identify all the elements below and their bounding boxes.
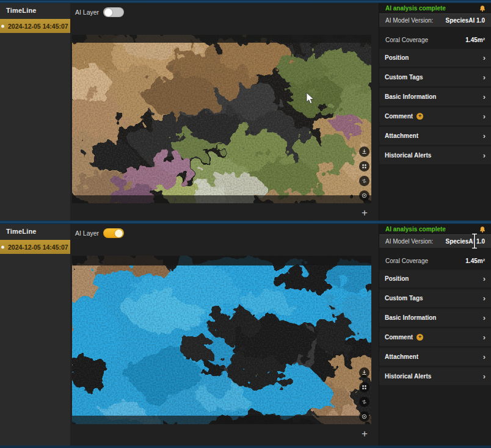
plus-button[interactable]: +	[362, 209, 368, 217]
grid-dots-icon	[361, 384, 368, 391]
bell-icon[interactable]	[479, 226, 486, 233]
viewer-area: AI Layer	[70, 3, 379, 220]
menu-item-label: Custom Tags	[385, 74, 423, 81]
menu-item-label: Comment	[385, 113, 413, 120]
fullscreen-button[interactable]	[359, 382, 369, 392]
viewer-toolbar	[359, 146, 369, 201]
timeline-entry[interactable]: 2024-12-05 14:45:07	[0, 240, 70, 254]
menu-item-comment[interactable]: Comment + ›	[379, 107, 491, 125]
locate-icon	[361, 192, 368, 199]
ai-status-text: AI analysis complete	[385, 5, 446, 12]
locate-button[interactable]	[359, 411, 369, 422]
timeline-title: TimeLine	[0, 228, 70, 237]
chevron-right-icon: ›	[483, 132, 486, 140]
coral-photo	[72, 35, 371, 203]
plus-row: +	[70, 203, 371, 219]
timeline-marker-icon	[1, 24, 4, 27]
ai-status-text: AI analysis complete	[385, 226, 446, 233]
toggle-knob	[115, 229, 123, 237]
timeline-sidebar: TimeLine 2024-12-05 14:45:07	[0, 224, 70, 446]
download-button[interactable]	[359, 146, 369, 157]
chevron-right-icon: ›	[483, 372, 486, 380]
timeline-marker-icon	[1, 245, 4, 248]
model-version-row[interactable]: AI Model Version: SpeciesAI 1.0	[379, 234, 491, 248]
flip-compare-icon	[361, 178, 368, 184]
chevron-right-icon: ›	[483, 333, 486, 341]
model-version-value: SpeciesAI 1.0	[446, 238, 485, 245]
menu-item-custom-tags[interactable]: Custom Tags ›	[379, 68, 491, 86]
compare-button[interactable]	[359, 176, 369, 186]
info-panel: AI analysis complete AI Model Version: S…	[379, 224, 491, 446]
coverage-value: 1.45m²	[465, 37, 485, 43]
timeline-entry[interactable]: 2024-12-05 14:45:07	[0, 19, 70, 33]
coverage-label: Coral Coverage	[385, 258, 428, 264]
ai-layer-toggle[interactable]	[103, 7, 124, 17]
viewer-area: AI Layer	[70, 224, 379, 446]
add-comment-icon[interactable]: +	[416, 113, 423, 120]
flip-compare-icon	[361, 399, 368, 405]
download-icon	[361, 148, 368, 155]
viewer-toolbar	[359, 367, 369, 422]
menu-item-historical-alerts[interactable]: Historical Alerts ›	[379, 146, 491, 164]
model-version-label: AI Model Version:	[385, 238, 433, 245]
coral-coverage-row: Coral Coverage 1.45m²	[379, 32, 491, 47]
plus-button[interactable]: +	[362, 430, 368, 438]
menu-item-comment[interactable]: Comment + ›	[379, 328, 491, 346]
menu-item-historical-alerts[interactable]: Historical Alerts ›	[379, 367, 491, 385]
menu-item-basic-information[interactable]: Basic Information ›	[379, 88, 491, 106]
detail-menu: Position › Custom Tags › Basic Informati…	[379, 49, 491, 164]
chevron-right-icon: ›	[483, 314, 486, 322]
download-button[interactable]	[359, 367, 369, 378]
grid-dots-icon	[361, 163, 368, 170]
ai-status-row: AI analysis complete	[379, 3, 491, 13]
chevron-right-icon: ›	[483, 54, 486, 62]
menu-item-label: Attachment	[385, 132, 418, 139]
detail-menu: Position › Custom Tags › Basic Informati…	[379, 270, 491, 385]
coral-image-viewer[interactable]	[72, 256, 371, 424]
chevron-right-icon: ›	[483, 112, 486, 120]
menu-item-label: Historical Alerts	[385, 373, 431, 380]
coral-coverage-row: Coral Coverage 1.45m²	[379, 253, 491, 268]
compare-button[interactable]	[359, 397, 369, 407]
menu-item-basic-information[interactable]: Basic Information ›	[379, 309, 491, 327]
model-version-label: AI Model Version:	[385, 17, 433, 24]
menu-item-label: Basic Information	[385, 93, 436, 100]
locate-icon	[361, 413, 368, 420]
menu-item-label: Attachment	[385, 353, 418, 360]
ai-layer-row: AI Layer	[75, 228, 379, 239]
inspection-panel-top: TimeLine 2024-12-05 14:45:07 AI Layer	[0, 3, 491, 220]
coral-image-viewer[interactable]	[72, 35, 371, 203]
coverage-value: 1.45m²	[465, 258, 485, 264]
add-comment-icon[interactable]: +	[416, 334, 423, 341]
ai-layer-label: AI Layer	[75, 229, 99, 237]
locate-button[interactable]	[359, 190, 369, 201]
menu-item-position[interactable]: Position ›	[379, 49, 491, 67]
bottom-divider-bar	[0, 446, 491, 448]
download-icon	[361, 369, 368, 376]
coral-photo-ai-overlay	[72, 256, 371, 424]
timeline-sidebar: TimeLine 2024-12-05 14:45:07	[0, 3, 70, 220]
bell-icon[interactable]	[479, 5, 486, 12]
menu-item-custom-tags[interactable]: Custom Tags ›	[379, 289, 491, 307]
menu-item-attachment[interactable]: Attachment ›	[379, 348, 491, 366]
menu-item-attachment[interactable]: Attachment ›	[379, 127, 491, 145]
menu-item-position[interactable]: Position ›	[379, 270, 491, 287]
chevron-right-icon: ›	[483, 151, 486, 159]
timeline-timestamp: 2024-12-05 14:45:07	[8, 244, 68, 251]
menu-item-label: Basic Information	[385, 314, 436, 321]
timeline-timestamp: 2024-12-05 14:45:07	[8, 23, 68, 30]
ai-layer-label: AI Layer	[75, 9, 99, 16]
plus-row: +	[70, 424, 371, 439]
chevron-right-icon: ›	[483, 93, 486, 101]
menu-item-label: Historical Alerts	[385, 152, 431, 159]
chevron-right-icon: ›	[483, 353, 486, 361]
model-version-value: SpeciesAI 1.0	[446, 17, 485, 24]
chevron-right-icon: ›	[483, 275, 486, 283]
info-panel: AI analysis complete AI Model Version: S…	[379, 3, 491, 220]
toggle-knob	[104, 9, 112, 16]
model-version-row[interactable]: AI Model Version: SpeciesAI 1.0	[379, 13, 491, 27]
fullscreen-button[interactable]	[359, 161, 369, 172]
ai-status-row: AI analysis complete	[379, 224, 491, 234]
menu-item-label: Position	[385, 54, 409, 61]
ai-layer-toggle[interactable]	[103, 228, 124, 238]
